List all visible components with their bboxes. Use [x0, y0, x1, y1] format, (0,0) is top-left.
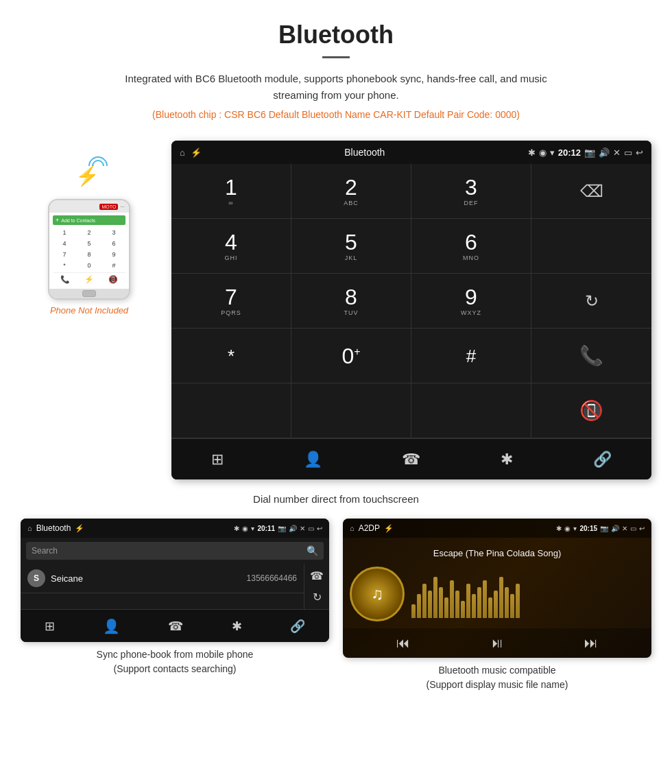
dialpad-5[interactable]: 5 JKL — [291, 219, 411, 274]
eq-bar — [516, 584, 520, 618]
dialpad-2[interactable]: 2 ABC — [291, 164, 411, 219]
phone-top-bar: MOTO ··· — [49, 200, 129, 213]
eq-bar — [494, 591, 498, 618]
pb-nav-grid[interactable]: ⊞ — [45, 619, 55, 634]
play-pause-icon[interactable]: ⏯ — [490, 635, 504, 651]
dialpad-0[interactable]: 0+ — [291, 329, 411, 383]
eq-bar — [422, 584, 427, 618]
eq-bar — [483, 580, 487, 618]
header-specs: (Bluetooth chip : CSR BC6 Default Blueto… — [14, 109, 658, 120]
end-call-button[interactable]: 📵 — [579, 399, 603, 422]
pb-statusbar: ⌂ Bluetooth ⚡ ✱ ◉ ▾ 20:11 📷 🔊 ✕ ▭ ↩ — [21, 519, 329, 538]
music-body: Escape (The Pina Colada Song) ♫ — [343, 538, 651, 628]
pb-cam-icon: 📷 — [278, 525, 286, 532]
music-cam-icon: 📷 — [600, 525, 608, 532]
dial-statusbar: ⌂ ⚡ Bluetooth ✱ ◉ ▾ 20:12 📷 🔊 ✕ ▭ ↩ — [171, 141, 651, 164]
dialpad-9[interactable]: 9 WXYZ — [411, 274, 531, 329]
dialpad-7[interactable]: 7 PQRS — [171, 274, 291, 329]
pb-content: S Seicane 13566664466 ☎ ↻ — [21, 564, 329, 609]
dialpad-6[interactable]: 6 MNO — [411, 219, 531, 274]
back-icon: ↩ — [636, 147, 643, 158]
call-button[interactable]: 📞 — [579, 344, 603, 367]
music-note-icon: ♫ — [371, 584, 383, 604]
pb-nav-call[interactable]: ☎ — [168, 619, 183, 634]
nav-bt-icon[interactable]: ✱ — [501, 451, 513, 468]
nav-grid-icon[interactable]: ⊞ — [211, 451, 224, 468]
phone-dialpad: 123 456 789 *0# — [53, 228, 125, 270]
search-icon: 🔍 — [307, 545, 318, 556]
eq-bar — [461, 601, 465, 618]
dialpad-4[interactable]: 4 GHI — [171, 219, 291, 274]
statusbar-time: 20:12 — [558, 147, 581, 158]
album-art: ♫ — [350, 567, 405, 621]
pb-call-right-icon[interactable]: ☎ — [310, 569, 324, 582]
reload-icon[interactable]: ↻ — [585, 292, 599, 311]
dialpad-empty-3 — [171, 383, 291, 438]
page-header: Bluetooth Integrated with BC6 Bluetooth … — [0, 0, 672, 134]
pb-loc-icon: ◉ — [242, 525, 248, 532]
pb-nav-link[interactable]: 🔗 — [290, 619, 305, 634]
pb-nav-user[interactable]: 👤 — [103, 618, 120, 634]
pb-close-icon: ✕ — [300, 525, 305, 532]
bluetooth-signal-graphic: ⚡ — [69, 154, 110, 195]
eq-bar — [433, 577, 437, 618]
music-loc-icon: ◉ — [564, 525, 571, 532]
eq-bar — [477, 587, 481, 618]
contact-avatar: S — [27, 569, 45, 587]
pb-contact-list: S Seicane 13566664466 — [21, 564, 304, 609]
dialpad-grid: 1 ∞ 2 ABC 3 DEF ⌫ 4 GHI 5 JKL — [171, 164, 651, 438]
nav-contacts-icon[interactable]: 👤 — [304, 451, 322, 468]
song-title: Escape (The Pina Colada Song) — [433, 548, 561, 558]
eq-bar — [472, 594, 476, 618]
music-statusbar: ⌂ A2DP ⚡ ✱ ◉ ▾ 20:15 📷 🔊 ✕ ▭ ↩ — [343, 519, 651, 538]
music-screen: ⌂ A2DP ⚡ ✱ ◉ ▾ 20:15 📷 🔊 ✕ ▭ ↩ Escape ( — [343, 519, 651, 658]
phone-not-included-label: Phone Not Included — [50, 305, 128, 316]
pb-nav-bt[interactable]: ✱ — [232, 619, 242, 634]
phone-add-contacts: Add to Contacts — [53, 215, 125, 225]
home-icon: ⌂ — [180, 147, 185, 158]
phone-end-icon: 📵 — [108, 275, 118, 284]
dialpad-call-cell: 📞 — [531, 329, 651, 383]
phonebook-caption: Sync phone-book from mobile phone(Suppor… — [21, 648, 329, 676]
pb-contact-row: S Seicane 13566664466 — [21, 564, 304, 593]
phone-bt-icon: ⚡ — [84, 275, 94, 284]
moto-badge: MOTO — [99, 204, 118, 210]
equalizer-bars — [411, 570, 645, 618]
eq-bar — [510, 594, 514, 618]
music-usb-icon: ⚡ — [384, 524, 394, 533]
music-home-icon: ⌂ — [350, 524, 355, 532]
statusbar-right: ✱ ◉ ▾ 20:12 📷 🔊 ✕ ▭ ↩ — [528, 147, 643, 158]
pb-bottom-nav: ⊞ 👤 ☎ ✱ 🔗 — [21, 609, 329, 642]
pb-refresh-right-icon[interactable]: ↻ — [313, 591, 322, 604]
delete-icon[interactable]: ⌫ — [580, 182, 603, 201]
window-icon: ▭ — [624, 147, 632, 158]
pb-search-placeholder: Search — [32, 546, 58, 556]
bottom-panels: ⌂ Bluetooth ⚡ ✱ ◉ ▾ 20:11 📷 🔊 ✕ ▭ ↩ Sea — [0, 519, 672, 713]
volume-icon: 🔊 — [599, 147, 610, 158]
eq-bar — [444, 597, 448, 618]
contact-number: 13566664466 — [247, 573, 297, 583]
prev-track-icon[interactable]: ⏮ — [396, 635, 410, 651]
pb-search-bar[interactable]: Search 🔍 — [26, 542, 324, 560]
pb-usb-icon: ⚡ — [75, 524, 84, 533]
dialpad-star[interactable]: * — [171, 329, 291, 383]
dialpad-3[interactable]: 3 DEF — [411, 164, 531, 219]
dialpad-8[interactable]: 8 TUV — [291, 274, 411, 329]
usb-icon: ⚡ — [191, 147, 202, 158]
dialpad-hash[interactable]: # — [411, 329, 531, 383]
header-divider — [322, 56, 350, 58]
dialpad-empty-4 — [291, 383, 411, 438]
next-track-icon[interactable]: ⏭ — [584, 635, 598, 651]
nav-call-icon[interactable]: ☎ — [402, 451, 420, 468]
music-caption: Bluetooth music compatible(Support displ… — [343, 663, 651, 692]
nav-link-icon[interactable]: 🔗 — [593, 451, 612, 468]
eq-bar — [466, 584, 470, 618]
page-title: Bluetooth — [14, 21, 658, 49]
pb-win-icon: ▭ — [308, 525, 314, 532]
statusbar-left: ⌂ ⚡ — [180, 147, 202, 158]
phone-home-button — [82, 290, 96, 297]
header-description: Integrated with BC6 Bluetooth module, su… — [103, 71, 569, 104]
music-controls: ⏮ ⏯ ⏭ — [343, 628, 651, 658]
signal-icon: ▾ — [550, 147, 555, 158]
dialpad-1[interactable]: 1 ∞ — [171, 164, 291, 219]
